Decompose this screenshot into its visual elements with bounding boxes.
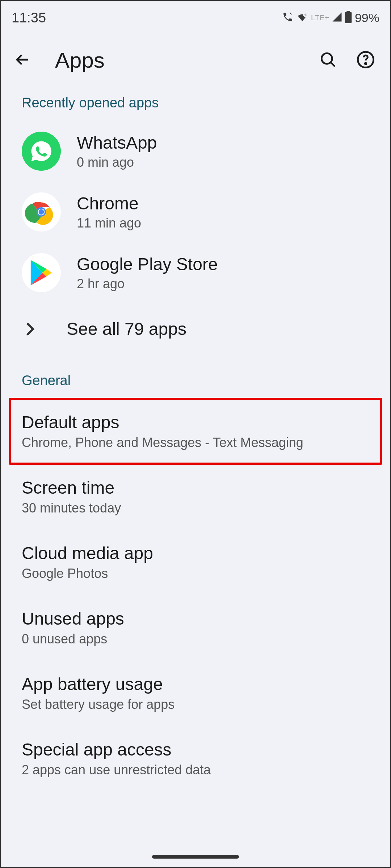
setting-screen-time[interactable]: Screen time 30 minutes today xyxy=(1,464,390,529)
svg-rect-3 xyxy=(346,11,350,13)
setting-title: Special app access xyxy=(22,740,369,760)
network-type: LTE+ xyxy=(311,14,329,22)
setting-title: App battery usage xyxy=(22,674,369,694)
section-recent-header: Recently opened apps xyxy=(1,91,390,121)
svg-point-6 xyxy=(365,63,366,64)
status-time: 11:35 xyxy=(12,10,46,26)
help-button[interactable] xyxy=(356,50,376,71)
chrome-icon xyxy=(22,192,61,231)
content: Recently opened apps WhatsApp 0 min ago … xyxy=(1,91,390,791)
app-name: Chrome xyxy=(77,193,141,213)
status-bar: 11:35 6 LTE+ 99% xyxy=(1,1,390,33)
chevron-right-icon xyxy=(22,322,38,336)
page-title: Apps xyxy=(55,48,296,73)
whatsapp-icon xyxy=(22,132,61,171)
battery-percentage: 99% xyxy=(355,11,379,25)
header: Apps xyxy=(1,33,390,91)
signal-icon xyxy=(332,12,342,24)
help-icon xyxy=(356,50,375,71)
see-all-label: See all 79 apps xyxy=(67,319,186,339)
see-all-apps[interactable]: See all 79 apps xyxy=(1,303,390,356)
app-time: 2 hr ago xyxy=(77,276,218,292)
search-button[interactable] xyxy=(318,50,338,71)
setting-subtitle: Google Photos xyxy=(22,566,369,581)
battery-icon xyxy=(345,11,352,25)
wifi-icon: 6 xyxy=(296,12,309,24)
setting-subtitle: Chrome, Phone and Messages - Text Messag… xyxy=(22,435,369,450)
header-actions xyxy=(318,50,376,71)
search-icon xyxy=(319,51,337,70)
section-general-header: General xyxy=(1,356,390,399)
app-info: WhatsApp 0 min ago xyxy=(77,133,157,170)
setting-title: Default apps xyxy=(22,412,369,432)
setting-title: Unused apps xyxy=(22,609,369,629)
status-right: 6 LTE+ 99% xyxy=(282,11,379,25)
setting-title: Cloud media app xyxy=(22,543,369,563)
setting-special-access[interactable]: Special app access 2 apps can use unrest… xyxy=(1,726,390,791)
setting-unused-apps[interactable]: Unused apps 0 unused apps xyxy=(1,595,390,660)
app-name: WhatsApp xyxy=(77,133,157,153)
setting-title: Screen time xyxy=(22,478,369,498)
wifi-calling-icon xyxy=(282,11,294,24)
app-name: Google Play Store xyxy=(77,254,218,274)
svg-text:6: 6 xyxy=(304,12,307,17)
setting-subtitle: 0 unused apps xyxy=(22,631,369,647)
back-button[interactable] xyxy=(12,50,33,71)
arrow-back-icon xyxy=(13,50,32,71)
app-item-chrome[interactable]: Chrome 11 min ago xyxy=(1,182,390,242)
app-info: Chrome 11 min ago xyxy=(77,193,141,231)
app-time: 11 min ago xyxy=(77,216,141,231)
app-item-playstore[interactable]: Google Play Store 2 hr ago xyxy=(1,242,390,303)
setting-default-apps[interactable]: Default apps Chrome, Phone and Messages … xyxy=(1,399,390,464)
setting-subtitle: 30 minutes today xyxy=(22,501,369,516)
app-item-whatsapp[interactable]: WhatsApp 0 min ago xyxy=(1,121,390,182)
navigation-handle[interactable] xyxy=(152,855,239,859)
setting-cloud-media[interactable]: Cloud media app Google Photos xyxy=(1,529,390,595)
setting-battery-usage[interactable]: App battery usage Set battery usage for … xyxy=(1,660,390,726)
setting-subtitle: 2 apps can use unrestricted data xyxy=(22,762,369,778)
app-info: Google Play Store 2 hr ago xyxy=(77,254,218,292)
play-store-icon xyxy=(22,253,61,292)
svg-rect-2 xyxy=(345,12,352,23)
svg-point-4 xyxy=(321,53,332,64)
app-time: 0 min ago xyxy=(77,155,157,170)
svg-point-10 xyxy=(39,209,44,215)
setting-subtitle: Set battery usage for apps xyxy=(22,697,369,712)
